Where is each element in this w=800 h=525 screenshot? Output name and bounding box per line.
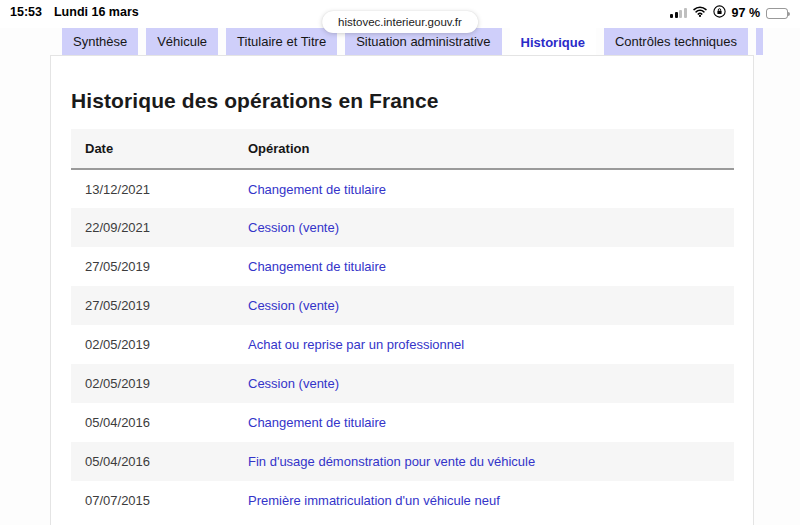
table-row: 22/09/2021Cession (vente) <box>71 208 734 247</box>
operation-cell: Achat ou reprise par un professionnel <box>234 325 734 364</box>
address-bar-url: histovec.interieur.gouv.fr <box>338 16 462 28</box>
table-header-row: Date Opération <box>71 129 734 169</box>
operation-link[interactable]: Changement de titulaire <box>248 182 386 197</box>
operation-link[interactable]: Première immatriculation d'un véhicule n… <box>248 493 500 508</box>
orientation-lock-icon <box>713 5 726 21</box>
tab-titulaire-et-titre[interactable]: Titulaire et Titre <box>226 28 337 55</box>
operation-link[interactable]: Cession (vente) <box>248 298 339 313</box>
status-bar-left: 15:53 Lundi 16 mars <box>10 5 139 19</box>
battery-icon <box>766 8 788 19</box>
tab-controles-techniques[interactable]: Contrôles techniques <box>604 28 748 55</box>
date-cell: 07/07/2015 <box>71 481 234 520</box>
history-table: Date Opération 13/12/2021Changement de t… <box>71 129 734 520</box>
column-header-date: Date <box>71 129 234 169</box>
operation-cell: Changement de titulaire <box>234 247 734 286</box>
tab-synthese[interactable]: Synthèse <box>62 28 138 55</box>
date-cell: 22/09/2021 <box>71 208 234 247</box>
tab-vehicule[interactable]: Véhicule <box>146 28 218 55</box>
clock: 15:53 <box>10 5 42 19</box>
operation-link[interactable]: Changement de titulaire <box>248 415 386 430</box>
table-row: 13/12/2021Changement de titulaire <box>71 169 734 208</box>
date-cell: 05/04/2016 <box>71 403 234 442</box>
content-card: Historique des opérations en France Date… <box>50 55 754 525</box>
address-bar[interactable]: histovec.interieur.gouv.fr <box>322 11 478 33</box>
wifi-icon <box>693 6 707 20</box>
operation-link[interactable]: Cession (vente) <box>248 376 339 391</box>
table-row: 07/07/2015Première immatriculation d'un … <box>71 481 734 520</box>
date-cell: 02/05/2019 <box>71 325 234 364</box>
operation-cell: Changement de titulaire <box>234 403 734 442</box>
table-row: 05/04/2016Changement de titulaire <box>71 403 734 442</box>
date-cell: 05/04/2016 <box>71 442 234 481</box>
operation-cell: Première immatriculation d'un véhicule n… <box>234 481 734 520</box>
operation-cell: Cession (vente) <box>234 364 734 403</box>
table-row: 27/05/2019Cession (vente) <box>71 286 734 325</box>
operation-link[interactable]: Achat ou reprise par un professionnel <box>248 337 464 352</box>
status-bar-right: 97 % <box>670 5 790 21</box>
operation-cell: Cession (vente) <box>234 286 734 325</box>
cellular-signal-icon <box>670 8 687 18</box>
status-date: Lundi 16 mars <box>54 5 139 19</box>
table-row: 05/04/2016Fin d'usage démonstration pour… <box>71 442 734 481</box>
operation-cell: Fin d'usage démonstration pour vente du … <box>234 442 734 481</box>
date-cell: 27/05/2019 <box>71 286 234 325</box>
operation-cell: Cession (vente) <box>234 208 734 247</box>
table-row: 02/05/2019Cession (vente) <box>71 364 734 403</box>
tab-kil[interactable]: Kil <box>756 28 763 55</box>
battery-percent: 97 % <box>732 6 761 20</box>
date-cell: 02/05/2019 <box>71 364 234 403</box>
operation-link[interactable]: Fin d'usage démonstration pour vente du … <box>248 454 535 469</box>
table-row: 02/05/2019Achat ou reprise par un profes… <box>71 325 734 364</box>
operation-link[interactable]: Cession (vente) <box>248 220 339 235</box>
date-cell: 13/12/2021 <box>71 169 234 208</box>
column-header-operation: Opération <box>234 129 734 169</box>
operation-cell: Changement de titulaire <box>234 169 734 208</box>
table-row: 27/05/2019Changement de titulaire <box>71 247 734 286</box>
date-cell: 27/05/2019 <box>71 247 234 286</box>
tab-historique[interactable]: Historique <box>510 28 596 55</box>
operation-link[interactable]: Changement de titulaire <box>248 259 386 274</box>
page-title: Historique des opérations en France <box>71 89 753 113</box>
